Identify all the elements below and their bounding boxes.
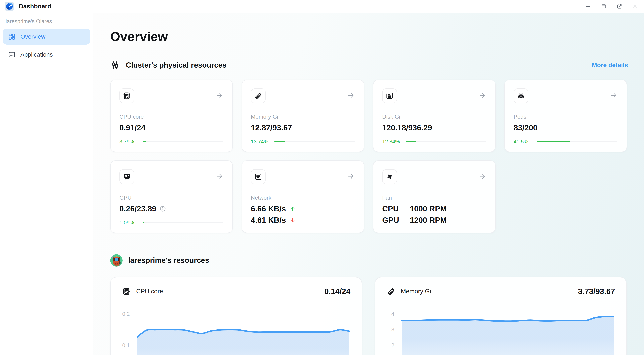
arrow-right-icon[interactable] [478, 172, 486, 180]
chart-current-value: 3.73/93.67 [578, 287, 615, 296]
sidebar-item-applications[interactable]: Applications [3, 47, 90, 63]
dashboard-app-logo-icon [5, 2, 14, 11]
charts-grid: CPU core 0.14/24 0.20.1 Memory Gi 3.73/9… [110, 277, 628, 355]
window-title: Dashboard [19, 3, 51, 10]
user-section-header: laresprime's resources [110, 254, 628, 267]
arrow-up-icon [290, 205, 296, 212]
card-label: Fan [382, 195, 486, 201]
card-value: 0.91/24 [120, 124, 223, 132]
card-label: Disk Gi [382, 114, 486, 120]
card-label: Pods [514, 114, 617, 120]
fan-row-value: 1000 RPM [410, 205, 447, 213]
open-external-button[interactable] [616, 3, 622, 9]
arrow-right-icon[interactable] [347, 172, 354, 180]
card-value: 83/200 [514, 124, 617, 132]
progress-fill [274, 141, 286, 142]
cluster-cards-grid: CPU core 0.91/24 3.79% Memory Gi 12.87/9… [110, 80, 628, 233]
icon-box [382, 169, 397, 184]
svg-text:2: 2 [392, 343, 394, 349]
arrow-right-icon[interactable] [216, 92, 223, 99]
fan-row-cpu: CPU 1000 RPM [382, 205, 486, 213]
progress-fill [406, 141, 416, 142]
chart-title: CPU core [136, 288, 163, 295]
pods-hexagons-icon [517, 92, 525, 100]
sidebar: laresprime's Olares Overview Application… [0, 13, 93, 355]
download-rate-row: 4.61 KB/s [251, 216, 354, 225]
restore-window-button[interactable] [601, 3, 607, 9]
memory-ram-icon [254, 92, 262, 100]
progress-track [406, 141, 486, 142]
progress-track [143, 141, 223, 142]
gpu-value: 0.26/23.89 [120, 205, 156, 213]
gpu-card[interactable]: GPU 0.26/23.89 1.09% [110, 160, 233, 233]
svg-text:0.2: 0.2 [122, 311, 130, 317]
network-card[interactable]: Network 6.66 KB/s 4.61 KB/s [242, 160, 364, 233]
disk-icon [386, 92, 394, 100]
memory-chart-card[interactable]: Memory Gi 3.73/93.67 432 [375, 277, 626, 355]
arrow-right-icon[interactable] [347, 92, 354, 99]
progress-track [143, 222, 223, 223]
progress-fill [537, 141, 570, 142]
more-details-link[interactable]: More details [592, 62, 628, 69]
percent-label: 3.79% [120, 139, 143, 145]
memory-ram-icon [386, 287, 395, 296]
icon-box [120, 169, 134, 184]
card-label: Memory Gi [251, 114, 354, 120]
card-label: GPU [120, 195, 223, 201]
card-value: 12.87/93.67 [251, 124, 354, 132]
percent-label: 13.74% [251, 139, 274, 145]
window-controls [585, 3, 638, 9]
arrow-right-icon[interactable] [216, 172, 223, 180]
page-title: Overview [110, 29, 628, 44]
main-content: Overview Cluster's physical resources Mo… [93, 13, 644, 355]
svg-text:0.1: 0.1 [122, 343, 130, 349]
progress-track [537, 141, 617, 142]
fan-row-gpu: GPU 1200 RPM [382, 216, 486, 225]
titlebar: Dashboard [0, 0, 644, 13]
cpu-core-chart-card[interactable]: CPU core 0.14/24 0.20.1 [110, 277, 362, 355]
icon-box [382, 88, 397, 103]
sidebar-item-label: Applications [20, 51, 53, 58]
cpu-core-card[interactable]: CPU core 0.91/24 3.79% [110, 80, 233, 152]
progress-fill [143, 141, 146, 142]
icon-box [251, 88, 266, 103]
memory-card[interactable]: Memory Gi 12.87/93.67 13.74% [242, 80, 364, 152]
applications-icon [8, 51, 16, 58]
sidebar-item-label: Overview [20, 33, 46, 40]
percent-label: 41.5% [514, 139, 537, 145]
gpu-card-icon [122, 172, 131, 181]
card-label: CPU core [120, 114, 223, 120]
progress-track [274, 141, 354, 142]
user-section-title: laresprime's resources [128, 256, 209, 265]
icon-box [120, 88, 134, 103]
upload-rate-row: 6.66 KB/s [251, 205, 354, 213]
pixel-robot-avatar [110, 254, 122, 267]
workspace-label: laresprime's Olares [6, 18, 93, 25]
upload-rate: 6.66 KB/s [251, 205, 286, 213]
disk-card[interactable]: Disk Gi 120.18/936.29 12.84% [373, 80, 496, 152]
icon-box [251, 169, 266, 184]
sliders-icon [110, 60, 120, 70]
card-value: 120.18/936.29 [382, 124, 486, 132]
arrow-down-icon [290, 217, 296, 224]
fan-card[interactable]: Fan CPU 1000 RPM GPU 1200 RPM [373, 160, 496, 233]
network-port-icon [254, 172, 262, 181]
arrow-right-icon[interactable] [610, 92, 617, 99]
percent-label: 1.09% [120, 220, 143, 226]
svg-text:3: 3 [392, 327, 394, 333]
minimize-button[interactable] [585, 3, 591, 9]
pods-card[interactable]: Pods 83/200 41.5% [504, 80, 627, 152]
cluster-section-title: Cluster's physical resources [126, 61, 226, 69]
arrow-right-icon[interactable] [478, 92, 486, 99]
chart-title: Memory Gi [401, 288, 431, 295]
sidebar-item-overview[interactable]: Overview [3, 29, 90, 45]
fan-row-name: GPU [382, 216, 400, 225]
cpu-chip-icon [122, 287, 130, 296]
overview-grid-icon [8, 33, 16, 40]
info-circle-icon[interactable] [160, 205, 166, 212]
chart-current-value: 0.14/24 [324, 287, 350, 296]
fan-icon [386, 172, 394, 181]
app-window: Dashboard laresprime's Olares Overview A… [0, 0, 644, 355]
card-label: Network [251, 195, 354, 201]
close-button[interactable] [632, 3, 638, 9]
